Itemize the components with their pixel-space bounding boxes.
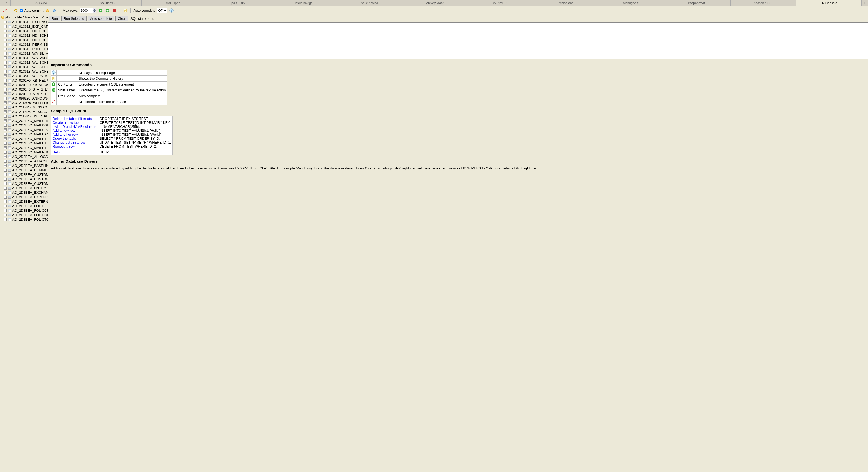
expand-icon[interactable]: + (4, 213, 7, 216)
tree-table-item[interactable]: +AO_013613_WA_SL_VALUE (4, 51, 48, 56)
tree-root[interactable]: jdbc:h2:file:/Users/alexm/IdeaPro (0, 15, 48, 20)
refresh-icon[interactable] (13, 8, 18, 13)
auto-complete-select[interactable]: Off (157, 8, 167, 13)
expand-icon[interactable]: + (4, 38, 7, 41)
tree-table-item[interactable]: +AO_2C4E5C_MAILITEM (4, 136, 48, 141)
expand-icon[interactable]: + (4, 146, 7, 149)
expand-icon[interactable]: + (4, 133, 7, 136)
expand-icon[interactable]: + (4, 88, 7, 91)
browser-tab[interactable]: [ACS-285]... (207, 0, 273, 6)
expand-icon[interactable]: + (4, 115, 7, 118)
tree-table-item[interactable]: +AO_013613_WL_SCHEME_D (4, 65, 48, 69)
tree-table-item[interactable]: +AO_013613_WA_VALUE (4, 56, 48, 60)
tree-table-item[interactable]: +AO_21D670_WHITELIST_RU (4, 101, 48, 105)
expand-icon[interactable]: + (4, 97, 7, 100)
run-button[interactable]: Run (49, 16, 60, 22)
expand-icon[interactable]: + (4, 209, 7, 212)
tree-table-item[interactable]: +AO_21F425_MESSAGE_AO (4, 105, 48, 109)
disconnect-icon[interactable] (2, 8, 7, 13)
expand-icon[interactable]: + (4, 155, 7, 158)
browser-tab[interactable]: XML Open... (142, 0, 207, 6)
tree-table-item[interactable]: +AO_013613_HD_SCHEME_D (4, 33, 48, 38)
auto-commit-checkbox[interactable]: Auto commit (20, 8, 43, 12)
tree-table-item[interactable]: +AO_2D3BEA_ENTITY_CHAN (4, 186, 48, 190)
tree-table-item[interactable]: +AO_013613_PROJECT_CON (4, 47, 48, 51)
browser-tab[interactable]: Разработчи... (665, 0, 731, 6)
tree-table-item[interactable]: +AO_2D3BEA_BASELINE (4, 163, 48, 168)
tree-table-item[interactable]: +AO_2C4E5C_MAILHANDLER (4, 132, 48, 136)
expand-icon[interactable]: + (4, 137, 7, 140)
expand-icon[interactable]: + (4, 178, 7, 180)
new-tab-button[interactable]: + (862, 0, 868, 6)
expand-icon[interactable]: + (4, 106, 7, 109)
history-icon[interactable] (123, 8, 128, 13)
expand-icon[interactable]: + (4, 34, 7, 37)
script-link[interactable]: Create a new table (53, 121, 81, 125)
tree-table-item[interactable]: +AO_2D3BEA_EXCHANGERA (4, 190, 48, 195)
expand-icon[interactable]: + (4, 74, 7, 77)
expand-icon[interactable]: + (4, 79, 7, 82)
expand-icon[interactable]: + (4, 65, 7, 68)
tree-table-item[interactable]: +AO_21F425_MESSAGE_MAI (4, 109, 48, 114)
expand-icon[interactable]: + (4, 25, 7, 28)
sql-input[interactable] (48, 23, 868, 59)
expand-icon[interactable]: + (4, 83, 7, 86)
browser-tab[interactable]: Alexey Matv... (403, 0, 469, 6)
tree-table-item[interactable]: +AO_2D3BEA_CUSTOMFIELD (4, 172, 48, 177)
max-rows-input[interactable] (80, 8, 93, 13)
expand-icon[interactable]: + (4, 119, 7, 122)
expand-icon[interactable]: + (4, 61, 7, 64)
browser-tab[interactable]: [P (0, 0, 10, 6)
expand-icon[interactable]: + (4, 196, 7, 199)
expand-icon[interactable]: + (4, 164, 7, 167)
max-rows-stepper[interactable]: ▲▼ (93, 8, 96, 13)
browser-tab[interactable]: Solutions -... (76, 0, 142, 6)
tree-table-item[interactable]: +AO_013613_WORK_ATTRIB (4, 74, 48, 78)
expand-icon[interactable]: + (4, 205, 7, 207)
expand-icon[interactable]: + (4, 191, 7, 194)
script-link[interactable]: Change data in a row (53, 140, 85, 144)
expand-icon[interactable]: + (4, 43, 7, 46)
expand-icon[interactable]: + (4, 57, 7, 59)
browser-tab[interactable]: H2 Console (796, 0, 862, 6)
tree-table-item[interactable]: +AO_2D3BEA_CUSTOMFIELD (4, 177, 48, 181)
tree-table-item[interactable]: +AO_2D3BEA_CUSTOMFIELD (4, 181, 48, 186)
browser-tab[interactable]: Managed S... (600, 0, 665, 6)
tree-table-item[interactable]: +AO_2C4E5C_MAILITEMCHU (4, 145, 48, 150)
script-link[interactable]: with ID and NAME columns (53, 125, 96, 129)
tree-table-item[interactable]: +AO_0201F0_KB_HELPFUL_A (4, 78, 48, 82)
expand-icon[interactable]: + (4, 218, 7, 221)
browser-tab[interactable]: Issue naviga... (272, 0, 338, 6)
expand-icon[interactable]: + (4, 101, 7, 104)
script-link[interactable]: Remove a row (53, 144, 75, 148)
tree-table-item[interactable]: +AO_0201F0_STATS_EVENT (4, 87, 48, 92)
expand-icon[interactable]: + (4, 124, 7, 127)
script-link[interactable]: Help (53, 150, 60, 154)
tree-table-item[interactable]: +AO_2D3BEA_EXPENSE (4, 195, 48, 199)
expand-icon[interactable]: + (4, 169, 7, 172)
tree-table-item[interactable]: +AO_013613_PERMISSION_G (4, 42, 48, 47)
expand-icon[interactable]: + (4, 30, 7, 32)
browser-tab[interactable]: CA PPM RE... (469, 0, 534, 6)
tree-table-item[interactable]: +AO_2D3BEA_FOLIOTOPORT (4, 217, 48, 222)
tree-table-item[interactable]: +AO_2D3BEA_ATTACHMENT (4, 159, 48, 163)
expand-icon[interactable]: + (4, 182, 7, 185)
expand-icon[interactable]: + (4, 142, 7, 145)
run-icon[interactable] (98, 8, 103, 13)
expand-icon[interactable]: + (4, 128, 7, 131)
tree-table-item[interactable]: +AO_013613_WL_SCHEME (4, 60, 48, 65)
tree-table-item[interactable]: +AO_2C4E5C_MAILRUNAUDI (4, 150, 48, 155)
browser-tab[interactable]: Atlassian Cl... (731, 0, 796, 6)
stop-icon[interactable] (112, 8, 117, 13)
tree-table-item[interactable]: +AO_2D3BEA_FOLIOCF (4, 208, 48, 213)
expand-icon[interactable]: + (4, 47, 7, 50)
rollback-icon[interactable] (52, 8, 57, 13)
expand-icon[interactable]: + (4, 52, 7, 55)
tree-table-item[interactable]: +AO_098293_ANNOUNCEME (4, 96, 48, 101)
script-link[interactable]: Query the table (53, 136, 76, 140)
expand-icon[interactable]: + (4, 110, 7, 113)
tree-table-item[interactable]: +AO_2C4E5C_MAILGLOBALH (4, 128, 48, 132)
expand-icon[interactable]: + (4, 151, 7, 154)
tree-table-item[interactable]: +AO_2C4E5C_MAILITEMAUD (4, 141, 48, 145)
tree-table-item[interactable]: +AO_2C4E5C_MAILCONNECT (4, 123, 48, 128)
